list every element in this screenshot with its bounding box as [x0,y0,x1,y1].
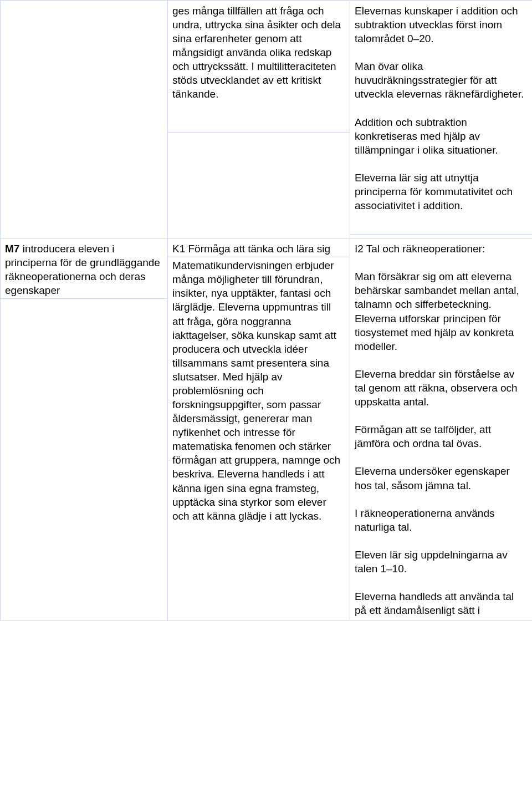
cell-lead-text: ges många tillfällen att fråga och undra… [172,4,345,101]
objective-text: introducera eleven i principerna för de … [5,243,160,296]
curriculum-table: ges många tillfällen att fråga och undra… [0,0,532,621]
cell-lead-text: K1 Förmåga att tänka och lära sig [168,242,350,257]
cell-objective [1,1,168,238]
cell-competence: K1 Förmåga att tänka och lära sig Matema… [168,238,350,621]
blank-subcell [350,216,532,235]
cell-body-text: Matematikundervisningen erbjuder många m… [172,258,345,522]
cell-lead-text: M7 introducera eleven i principerna för … [1,242,167,299]
blank-subcell [168,133,350,164]
cell-content: Elevernas kunskaper i addition och subtr… [350,1,533,238]
table-row: ges många tillfällen att fråga och undra… [1,1,533,238]
blank-subcell [168,101,350,133]
table-row: M7 introducera eleven i principerna för … [1,238,533,621]
cell-content: I2 Tal och räkneoperationer: Man försäkr… [350,238,533,621]
cell-body-text: Elevernas kunskaper i addition och subtr… [355,4,528,212]
cell-competence: ges många tillfällen att fråga och undra… [168,1,350,238]
cell-body-text: I2 Tal och räkneoperationer: Man försäkr… [355,242,528,617]
cell-objective: M7 introducera eleven i principerna för … [1,238,168,621]
objective-code: M7 [5,243,19,255]
